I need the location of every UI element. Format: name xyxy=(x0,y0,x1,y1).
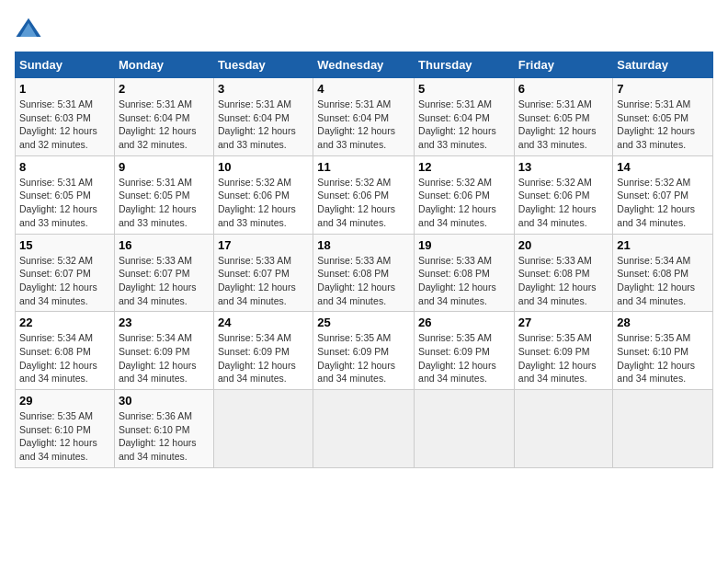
day-cell: 26 Sunrise: 5:35 AM Sunset: 6:09 PM Dayl… xyxy=(415,312,515,390)
day-info: Sunrise: 5:35 AM Sunset: 6:09 PM Dayligh… xyxy=(518,331,609,385)
day-number: 26 xyxy=(418,316,510,329)
day-cell: 22 Sunrise: 5:34 AM Sunset: 6:08 PM Dayl… xyxy=(16,312,115,390)
day-number: 29 xyxy=(19,394,110,408)
day-cell: 29 Sunrise: 5:35 AM Sunset: 6:10 PM Dayl… xyxy=(16,390,115,468)
day-cell: 4 Sunrise: 5:31 AM Sunset: 6:04 PM Dayli… xyxy=(313,78,415,156)
week-row-2: 8 Sunrise: 5:31 AM Sunset: 6:05 PM Dayli… xyxy=(16,155,713,234)
header-thursday: Thursday xyxy=(415,52,515,78)
day-info: Sunrise: 5:33 AM Sunset: 6:08 PM Dayligh… xyxy=(518,254,609,308)
day-cell: 30 Sunrise: 5:36 AM Sunset: 6:10 PM Dayl… xyxy=(114,390,213,468)
week-row-1: 1 Sunrise: 5:31 AM Sunset: 6:03 PM Dayli… xyxy=(16,78,713,156)
day-cell: 7 Sunrise: 5:31 AM Sunset: 6:05 PM Dayli… xyxy=(613,78,713,156)
day-number: 30 xyxy=(119,394,210,408)
day-number: 27 xyxy=(518,316,609,329)
day-info: Sunrise: 5:34 AM Sunset: 6:09 PM Dayligh… xyxy=(218,331,309,385)
day-cell xyxy=(313,390,415,468)
day-number: 21 xyxy=(617,238,709,252)
header-sunday: Sunday xyxy=(16,52,115,78)
day-info: Sunrise: 5:34 AM Sunset: 6:09 PM Dayligh… xyxy=(119,331,210,385)
week-row-4: 22 Sunrise: 5:34 AM Sunset: 6:08 PM Dayl… xyxy=(16,312,713,390)
day-info: Sunrise: 5:33 AM Sunset: 6:08 PM Dayligh… xyxy=(317,254,410,308)
day-info: Sunrise: 5:31 AM Sunset: 6:05 PM Dayligh… xyxy=(119,176,210,230)
day-cell: 15 Sunrise: 5:32 AM Sunset: 6:07 PM Dayl… xyxy=(16,234,115,312)
day-cell: 1 Sunrise: 5:31 AM Sunset: 6:03 PM Dayli… xyxy=(16,78,115,156)
day-number: 22 xyxy=(19,316,110,329)
day-cell: 17 Sunrise: 5:33 AM Sunset: 6:07 PM Dayl… xyxy=(214,234,313,312)
day-number: 5 xyxy=(418,82,510,96)
header-friday: Friday xyxy=(514,52,613,78)
header-wednesday: Wednesday xyxy=(313,52,415,78)
day-number: 15 xyxy=(19,238,110,252)
day-info: Sunrise: 5:32 AM Sunset: 6:06 PM Dayligh… xyxy=(418,176,510,230)
day-info: Sunrise: 5:32 AM Sunset: 6:06 PM Dayligh… xyxy=(218,176,309,230)
logo xyxy=(15,15,46,42)
day-number: 25 xyxy=(317,316,410,329)
day-info: Sunrise: 5:32 AM Sunset: 6:06 PM Dayligh… xyxy=(518,176,609,230)
day-number: 14 xyxy=(617,160,709,174)
day-info: Sunrise: 5:36 AM Sunset: 6:10 PM Dayligh… xyxy=(119,409,210,464)
day-cell: 18 Sunrise: 5:33 AM Sunset: 6:08 PM Dayl… xyxy=(313,234,415,312)
day-cell: 19 Sunrise: 5:33 AM Sunset: 6:08 PM Dayl… xyxy=(415,234,515,312)
day-number: 20 xyxy=(518,238,609,252)
day-number: 16 xyxy=(119,238,210,252)
day-number: 17 xyxy=(218,238,309,252)
calendar-table: SundayMondayTuesdayWednesdayThursdayFrid… xyxy=(15,52,713,468)
day-cell: 13 Sunrise: 5:32 AM Sunset: 6:06 PM Dayl… xyxy=(514,155,613,234)
day-info: Sunrise: 5:35 AM Sunset: 6:10 PM Dayligh… xyxy=(617,331,709,385)
day-cell: 8 Sunrise: 5:31 AM Sunset: 6:05 PM Dayli… xyxy=(16,155,115,234)
day-cell: 16 Sunrise: 5:33 AM Sunset: 6:07 PM Dayl… xyxy=(114,234,213,312)
day-number: 28 xyxy=(617,316,709,329)
day-number: 1 xyxy=(19,82,110,96)
day-number: 3 xyxy=(218,82,309,96)
header-row: SundayMondayTuesdayWednesdayThursdayFrid… xyxy=(16,52,713,78)
day-cell: 11 Sunrise: 5:32 AM Sunset: 6:06 PM Dayl… xyxy=(313,155,415,234)
day-number: 12 xyxy=(418,160,510,174)
day-info: Sunrise: 5:32 AM Sunset: 6:07 PM Dayligh… xyxy=(19,254,110,308)
day-number: 10 xyxy=(218,160,309,174)
day-info: Sunrise: 5:31 AM Sunset: 6:04 PM Dayligh… xyxy=(218,98,309,152)
day-number: 7 xyxy=(617,82,709,96)
header-tuesday: Tuesday xyxy=(214,52,313,78)
page-header xyxy=(15,15,713,42)
header-saturday: Saturday xyxy=(613,52,713,78)
day-number: 4 xyxy=(317,82,410,96)
day-cell: 20 Sunrise: 5:33 AM Sunset: 6:08 PM Dayl… xyxy=(514,234,613,312)
day-number: 13 xyxy=(518,160,609,174)
calendar-body: 1 Sunrise: 5:31 AM Sunset: 6:03 PM Dayli… xyxy=(16,78,713,468)
day-number: 23 xyxy=(119,316,210,329)
day-info: Sunrise: 5:35 AM Sunset: 6:09 PM Dayligh… xyxy=(418,331,510,385)
day-info: Sunrise: 5:31 AM Sunset: 6:05 PM Dayligh… xyxy=(518,98,609,152)
day-info: Sunrise: 5:31 AM Sunset: 6:03 PM Dayligh… xyxy=(19,98,110,152)
day-cell: 2 Sunrise: 5:31 AM Sunset: 6:04 PM Dayli… xyxy=(114,78,213,156)
header-monday: Monday xyxy=(114,52,213,78)
week-row-5: 29 Sunrise: 5:35 AM Sunset: 6:10 PM Dayl… xyxy=(16,390,713,468)
day-info: Sunrise: 5:31 AM Sunset: 6:05 PM Dayligh… xyxy=(19,176,110,230)
day-info: Sunrise: 5:31 AM Sunset: 6:04 PM Dayligh… xyxy=(119,98,210,152)
day-info: Sunrise: 5:31 AM Sunset: 6:04 PM Dayligh… xyxy=(418,98,510,152)
day-cell: 10 Sunrise: 5:32 AM Sunset: 6:06 PM Dayl… xyxy=(214,155,313,234)
day-number: 11 xyxy=(317,160,410,174)
day-cell: 12 Sunrise: 5:32 AM Sunset: 6:06 PM Dayl… xyxy=(415,155,515,234)
day-info: Sunrise: 5:33 AM Sunset: 6:07 PM Dayligh… xyxy=(218,254,309,308)
day-cell: 28 Sunrise: 5:35 AM Sunset: 6:10 PM Dayl… xyxy=(613,312,713,390)
day-number: 2 xyxy=(119,82,210,96)
day-info: Sunrise: 5:34 AM Sunset: 6:08 PM Dayligh… xyxy=(19,331,110,385)
day-number: 8 xyxy=(19,160,110,174)
day-info: Sunrise: 5:35 AM Sunset: 6:09 PM Dayligh… xyxy=(317,331,410,385)
logo-icon xyxy=(15,15,42,42)
day-info: Sunrise: 5:34 AM Sunset: 6:08 PM Dayligh… xyxy=(617,254,709,308)
day-cell xyxy=(613,390,713,468)
calendar-header: SundayMondayTuesdayWednesdayThursdayFrid… xyxy=(16,52,713,78)
day-info: Sunrise: 5:31 AM Sunset: 6:05 PM Dayligh… xyxy=(617,98,709,152)
day-cell xyxy=(514,390,613,468)
day-cell: 9 Sunrise: 5:31 AM Sunset: 6:05 PM Dayli… xyxy=(114,155,213,234)
week-row-3: 15 Sunrise: 5:32 AM Sunset: 6:07 PM Dayl… xyxy=(16,234,713,312)
day-number: 9 xyxy=(119,160,210,174)
day-cell: 23 Sunrise: 5:34 AM Sunset: 6:09 PM Dayl… xyxy=(114,312,213,390)
day-cell: 24 Sunrise: 5:34 AM Sunset: 6:09 PM Dayl… xyxy=(214,312,313,390)
day-info: Sunrise: 5:31 AM Sunset: 6:04 PM Dayligh… xyxy=(317,98,410,152)
day-cell: 14 Sunrise: 5:32 AM Sunset: 6:07 PM Dayl… xyxy=(613,155,713,234)
day-info: Sunrise: 5:32 AM Sunset: 6:06 PM Dayligh… xyxy=(317,176,410,230)
day-cell: 5 Sunrise: 5:31 AM Sunset: 6:04 PM Dayli… xyxy=(415,78,515,156)
day-number: 18 xyxy=(317,238,410,252)
